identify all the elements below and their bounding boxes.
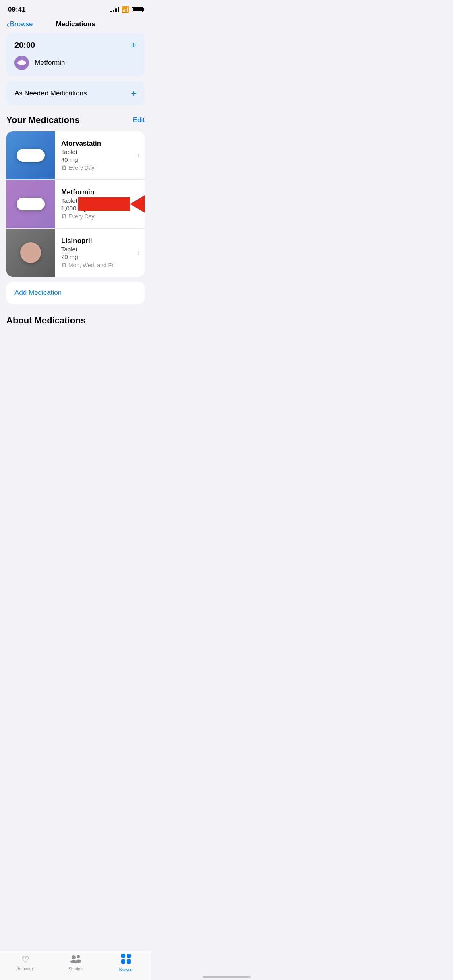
status-time: 09:41 (8, 6, 25, 14)
med-item-lisinopril[interactable]: Lisinopril Tablet 20 mg 🗓 Mon, Wed, and … (6, 229, 145, 277)
metformin-name: Metformin (61, 188, 134, 196)
atorvastatin-type: Tablet (61, 148, 134, 155)
lisinopril-name: Lisinopril (61, 237, 134, 245)
page-title: Medications (56, 20, 95, 28)
edit-button[interactable]: Edit (133, 116, 145, 124)
atorvastatin-chevron-icon: › (137, 131, 145, 179)
schedule-med-row: Metformin (14, 56, 137, 70)
lisinopril-schedule: 🗓 Mon, Wed, and Fri (61, 262, 134, 268)
atorvastatin-image (6, 131, 55, 179)
status-icons: 📶 (110, 6, 143, 13)
metformin-info: Metformin Tablet 1,000 mg 🗓 Every Day (55, 180, 137, 228)
metformin-dose: 1,000 mg (61, 205, 134, 212)
battery-icon (132, 7, 143, 12)
back-button[interactable]: ‹ Browse (6, 20, 33, 29)
add-medication-card[interactable]: Add Medication (6, 282, 145, 304)
metformin-type: Tablet (61, 197, 134, 204)
medication-list: Atorvastatin Tablet 40 mg 🗓 Every Day › … (6, 131, 145, 277)
metformin-schedule: 🗓 Every Day (61, 213, 134, 220)
as-needed-label: As Needed Medications (14, 89, 87, 97)
lisinopril-info: Lisinopril Tablet 20 mg 🗓 Mon, Wed, and … (55, 229, 137, 277)
atorvastatin-info: Atorvastatin Tablet 40 mg 🗓 Every Day (55, 131, 137, 179)
lisinopril-type: Tablet (61, 246, 134, 253)
your-medications-header: Your Medications Edit (6, 115, 145, 126)
your-medications-title: Your Medications (6, 115, 80, 126)
schedule-card-2000: 20:00 + Metformin (6, 33, 145, 76)
schedule-med-name: Metformin (35, 59, 65, 67)
atorvastatin-schedule: 🗓 Every Day (61, 165, 134, 171)
lisinopril-image (6, 229, 55, 277)
schedule-time: 20:00 (14, 41, 35, 50)
atorvastatin-pill-icon (17, 149, 45, 162)
as-needed-card[interactable]: As Needed Medications + (6, 81, 145, 105)
schedule-time-row: 20:00 + (14, 39, 137, 51)
metformin-pill-icon (17, 198, 45, 210)
about-medications-section: About Medications (6, 315, 145, 326)
lisinopril-dose: 20 mg (61, 253, 134, 260)
med-item-atorvastatin[interactable]: Atorvastatin Tablet 40 mg 🗓 Every Day › (6, 131, 145, 180)
wifi-icon: 📶 (122, 6, 129, 13)
chevron-left-icon: ‹ (6, 20, 9, 29)
lisinopril-pill-icon (20, 242, 41, 263)
nav-bar: ‹ Browse Medications (0, 17, 151, 33)
lisinopril-chevron-icon: › (137, 229, 145, 277)
metformin-pill-small-icon (14, 56, 29, 70)
calendar-icon-2: 🗓 (61, 213, 67, 220)
atorvastatin-dose: 40 mg (61, 156, 134, 163)
med-item-metformin[interactable]: Metformin Tablet 1,000 mg 🗓 Every Day › (6, 180, 145, 229)
calendar-icon: 🗓 (61, 165, 67, 171)
atorvastatin-name: Atorvastatin (61, 140, 134, 148)
signal-bars-icon (110, 7, 119, 12)
add-medication-label: Add Medication (14, 289, 62, 296)
status-bar: 09:41 📶 (0, 0, 151, 17)
back-label: Browse (10, 20, 33, 28)
about-medications-title: About Medications (6, 315, 86, 325)
as-needed-add-button[interactable]: + (131, 88, 137, 99)
atorvastatin-schedule-text: Every Day (68, 165, 95, 171)
schedule-add-button[interactable]: + (131, 39, 137, 51)
metformin-image (6, 180, 55, 228)
metformin-schedule-text: Every Day (68, 213, 95, 220)
lisinopril-schedule-text: Mon, Wed, and Fri (68, 262, 115, 268)
calendar-icon-3: 🗓 (61, 262, 67, 268)
metformin-chevron-icon: › (137, 180, 145, 228)
